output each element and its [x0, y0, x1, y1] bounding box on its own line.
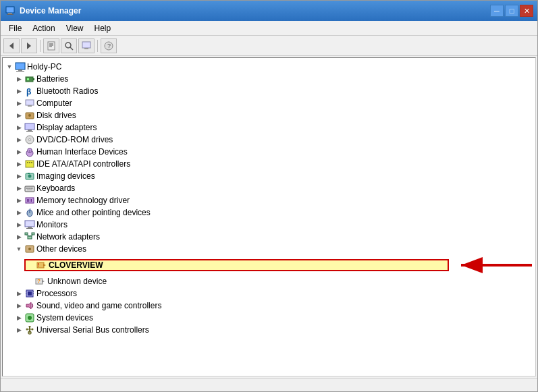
svg-rect-20	[27, 78, 29, 80]
properties-button[interactable]	[43, 38, 59, 53]
imaging-expander[interactable]: ▶	[14, 170, 24, 182]
mice-expander[interactable]: ▶	[14, 206, 24, 219]
svg-rect-35	[26, 161, 34, 167]
bluetooth-expander[interactable]: ▶	[14, 85, 24, 97]
close-button[interactable]: ✕	[520, 5, 533, 17]
tree-item-computer[interactable]: ▶ Computer	[14, 97, 535, 109]
root-label: Holdy-PC	[27, 62, 61, 72]
tree-item-other[interactable]: ▼ Other devices	[14, 243, 535, 255]
computer-expander[interactable]: ▶	[14, 97, 24, 109]
tree-item-processors[interactable]: ▶ Processors	[14, 287, 535, 300]
tree-item-cloverview[interactable]: ▶ ! CLOVERVIEW	[24, 259, 449, 271]
processors-label: Processors	[36, 289, 77, 298]
mice-label: Mice and other pointing devices	[36, 208, 151, 217]
unknown-label: Unknown device	[47, 277, 107, 286]
tree-item-monitors[interactable]: ▶ Monitors	[14, 219, 535, 231]
scan-button[interactable]	[61, 38, 77, 53]
svg-marker-3	[9, 43, 14, 49]
tree-item-usb[interactable]: ▶ Universal Serial Bus controllers	[14, 324, 535, 336]
monitors-expander[interactable]: ▶	[14, 219, 24, 231]
tree-item-ide[interactable]: ▶ IDE ATA/ATAPI controllers	[14, 158, 535, 170]
tree-item-keyboards[interactable]: ▶ Keyboards	[14, 182, 535, 194]
network-expander[interactable]: ▶	[14, 231, 24, 243]
tree-item-unknown[interactable]: ▶ ? Unknown device	[24, 275, 535, 287]
maximize-button[interactable]: □	[505, 5, 518, 17]
red-arrow-annotation	[454, 255, 535, 275]
svg-rect-45	[30, 188, 32, 189]
device-manager-icon-btn[interactable]	[78, 38, 95, 53]
mice-icon	[24, 207, 35, 218]
menu-file[interactable]: File	[3, 22, 27, 34]
hid-label: Human Interface Devices	[36, 147, 128, 157]
system-icon	[24, 312, 35, 323]
svg-rect-17	[16, 71, 24, 72]
processors-expander[interactable]: ▶	[14, 287, 24, 300]
svg-rect-60	[25, 233, 28, 235]
tree-root[interactable]: ▼ Holdy-PC	[3, 61, 535, 73]
batteries-expander[interactable]: ▶	[14, 73, 24, 85]
svg-rect-46	[32, 188, 33, 189]
svg-rect-52	[31, 199, 32, 202]
svg-text:!: !	[38, 262, 39, 267]
batteries-icon	[24, 74, 35, 84]
ide-label: IDE ATA/ATAPI controllers	[36, 159, 130, 169]
svg-rect-23	[28, 105, 32, 107]
display-expander[interactable]: ▶	[14, 121, 24, 134]
root-expander[interactable]: ▼	[4, 61, 15, 73]
tree-view[interactable]: ▼ Holdy-PC ▶	[2, 57, 536, 376]
svg-rect-61	[32, 233, 34, 235]
ide-icon	[24, 159, 35, 169]
back-button[interactable]	[3, 38, 20, 53]
tree-item-imaging[interactable]: ▶ Imaging devices	[14, 170, 535, 182]
menu-view[interactable]: View	[61, 22, 89, 34]
sound-expander[interactable]: ▶	[14, 300, 24, 312]
svg-marker-80	[26, 302, 31, 309]
imaging-label: Imaging devices	[36, 171, 95, 181]
disk-expander[interactable]: ▶	[14, 109, 24, 121]
help-button[interactable]: ?	[101, 38, 117, 53]
ide-expander[interactable]: ▶	[14, 158, 24, 170]
keyboards-expander[interactable]: ▶	[14, 182, 24, 194]
svg-point-86	[26, 329, 28, 331]
other-expander[interactable]: ▼	[14, 243, 24, 255]
svg-rect-58	[26, 228, 33, 229]
imaging-icon	[24, 171, 35, 181]
svg-rect-38	[31, 162, 32, 163]
memory-icon	[24, 195, 35, 206]
tree-item-system[interactable]: ▶ System devices	[14, 312, 535, 324]
minimize-button[interactable]: ─	[490, 5, 504, 17]
tree-item-dvd[interactable]: ▶ DVD/CD-ROM drives	[14, 134, 535, 146]
tree-item-mice[interactable]: ▶ Mice and other pointing devices	[14, 206, 535, 219]
hid-expander[interactable]: ▶	[14, 146, 24, 158]
svg-rect-57	[28, 227, 32, 228]
svg-text:?: ?	[37, 278, 41, 284]
tree-item-sound[interactable]: ▶ Sound, video and game controllers	[14, 300, 535, 312]
svg-rect-47	[27, 190, 32, 190]
device-manager-window: Device Manager ─ □ ✕ File Action View He…	[0, 0, 538, 392]
svg-rect-78	[33, 291, 34, 292]
tree-item-display[interactable]: ▶ Display adapters	[14, 121, 535, 134]
computer-device-icon	[24, 98, 35, 109]
tree-item-hid[interactable]: ▶ Human Interface Devices	[14, 146, 535, 158]
svg-rect-77	[26, 293, 26, 294]
memory-expander[interactable]: ▶	[14, 194, 24, 206]
tree-item-network[interactable]: ▶ Network adapters	[14, 231, 535, 243]
disk-icon	[24, 110, 35, 121]
menu-action[interactable]: Action	[27, 22, 60, 34]
usb-icon	[24, 325, 35, 335]
svg-line-10	[70, 47, 73, 50]
tree-item-memory[interactable]: ▶ Memory technology driver	[14, 194, 535, 206]
display-label: Display adapters	[36, 123, 97, 132]
processors-icon	[24, 288, 35, 299]
tree-item-batteries[interactable]: ▶ Batteries	[14, 73, 535, 85]
menu-help[interactable]: Help	[89, 22, 117, 34]
disk-label: Disk drives	[36, 111, 76, 120]
usb-expander[interactable]: ▶	[14, 324, 24, 336]
tree-item-bluetooth[interactable]: ▶ β Bluetooth Radios	[14, 85, 535, 97]
system-expander[interactable]: ▶	[14, 312, 24, 324]
dvd-expander[interactable]: ▶	[14, 134, 24, 146]
tree-item-disk[interactable]: ▶ Disk drives	[14, 109, 535, 121]
svg-rect-26	[25, 123, 34, 130]
forward-button[interactable]	[21, 38, 37, 53]
svg-rect-18	[26, 77, 33, 82]
